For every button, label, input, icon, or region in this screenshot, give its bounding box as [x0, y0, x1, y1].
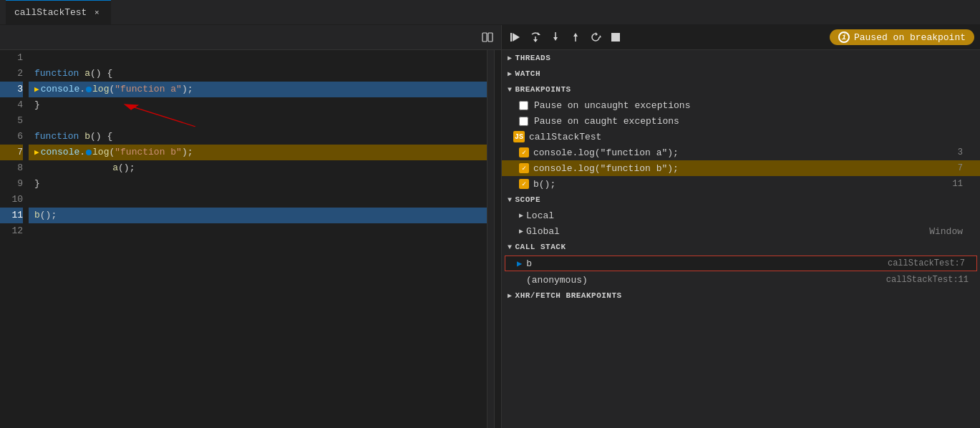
call-stack-frame-anon[interactable]: (anonymous) callStackTest:11 — [502, 272, 980, 288]
pause-caught-checkbox[interactable] — [519, 117, 528, 126]
bp-entry-3[interactable]: b(); 11 — [502, 176, 980, 192]
code-line-3: ▶console.log("function a"); — [29, 82, 487, 97]
line-num-1: 1 — [0, 50, 23, 66]
line-num-6: 6 — [0, 129, 23, 145]
split-editor-button[interactable] — [480, 29, 495, 45]
svg-rect-14 — [611, 33, 620, 42]
call-stack-section-header[interactable]: ▼ Call Stack — [502, 239, 980, 255]
svg-rect-4 — [510, 33, 512, 42]
scope-triangle: ▼ — [508, 196, 513, 204]
debug-toolbar: i Paused on breakpoint — [502, 25, 980, 50]
bp-code-1: console.log("function a"); — [533, 147, 679, 158]
line-num-11: 11 — [0, 208, 23, 223]
scope-global[interactable]: ▶ Global Window — [502, 223, 980, 239]
editor-scrollbar[interactable] — [494, 50, 501, 428]
code-line-11: b(); — [29, 208, 487, 223]
frame-anon-name: (anonymous) — [526, 275, 588, 286]
line-num-10: 10 — [0, 192, 23, 208]
threads-section-header[interactable]: ▶ Threads — [502, 50, 980, 66]
code-line-12 — [29, 223, 487, 239]
bp-entry-2[interactable]: console.log("function b"); 7 — [502, 160, 980, 176]
bp-linenum-1: 3 — [958, 147, 963, 157]
frame-anon-loc: callStackTest:11 — [886, 275, 969, 285]
step-out-button[interactable] — [568, 29, 583, 45]
tab-label: callStackTest — [14, 7, 87, 18]
debug-panel: i Paused on breakpoint ▶ Threads ▶ Watch… — [501, 25, 980, 428]
continue-button[interactable] — [508, 29, 523, 45]
pause-uncaught-checkbox[interactable] — [519, 101, 528, 110]
svg-marker-3 — [513, 33, 520, 42]
tab-bar: callStackTest × — [0, 0, 980, 25]
bp-file-row[interactable]: JS callStackTest — [502, 129, 980, 145]
threads-triangle: ▶ — [508, 54, 513, 62]
svg-marker-7 — [533, 39, 538, 42]
bp-check-1 — [519, 147, 529, 157]
breakpoints-label: Breakpoints — [515, 85, 571, 94]
pause-label: Paused on breakpoint — [854, 32, 966, 43]
line-num-4: 4 — [0, 97, 23, 113]
bp-file-name: callStackTest — [529, 132, 601, 142]
code-line-6: function b() { — [29, 129, 487, 145]
active-tab[interactable]: callStackTest × — [6, 0, 111, 25]
pause-caught-row[interactable]: Pause on caught exceptions — [502, 113, 980, 129]
stop-button[interactable] — [608, 29, 624, 45]
line-num-5: 5 — [0, 113, 23, 129]
scope-global-value: Window — [929, 226, 963, 237]
bp-check-2 — [519, 163, 529, 173]
step-over-button[interactable] — [528, 29, 543, 45]
scope-content: ▶ Local ▶ Global Window — [502, 208, 980, 239]
pause-caught-label: Pause on caught exceptions — [534, 116, 679, 127]
svg-marker-12 — [596, 32, 598, 36]
global-triangle: ▶ — [519, 227, 523, 235]
line-num-2: 2 — [0, 66, 23, 82]
editor-panel: 1 2 3 4 5 6 7 8 9 10 11 12 function a() … — [0, 25, 501, 428]
bp-code-2: console.log("function b"); — [533, 163, 679, 174]
line-num-9: 9 — [0, 176, 23, 192]
local-triangle: ▶ — [519, 211, 523, 220]
debug-sections[interactable]: ▶ Threads ▶ Watch ▼ Breakpoints Pause on… — [502, 50, 980, 428]
scope-local[interactable]: ▶ Local — [502, 208, 980, 223]
svg-marker-5 — [538, 32, 540, 35]
breakpoints-section-header[interactable]: ▼ Breakpoints — [502, 82, 980, 97]
scope-global-label: Global — [526, 226, 560, 237]
frame-b-loc: callStackTest:7 — [888, 258, 965, 268]
scope-local-label: Local — [526, 210, 554, 221]
call-stack-label: Call Stack — [515, 243, 566, 251]
editor-divider — [487, 50, 494, 428]
bp-entry-1[interactable]: console.log("function a"); 3 — [502, 145, 980, 160]
frame-arrow: ▶ — [517, 258, 522, 269]
call-stack-frame-b[interactable]: ▶ b callStackTest:7 — [505, 256, 977, 271]
xhr-section-header[interactable]: ▶ XHR/fetch Breakpoints — [502, 288, 980, 303]
line-numbers: 1 2 3 4 5 6 7 8 9 10 11 12 — [0, 50, 29, 428]
code-area: 1 2 3 4 5 6 7 8 9 10 11 12 function a() … — [0, 50, 501, 428]
code-content[interactable]: function a() { ▶console.log("function a"… — [29, 50, 487, 428]
tab-close-button[interactable]: × — [91, 7, 102, 19]
line-num-3: 3 — [0, 82, 23, 97]
code-line-1 — [29, 50, 487, 66]
info-icon: i — [838, 31, 850, 43]
step-into-button[interactable] — [548, 29, 563, 45]
svg-marker-11 — [573, 33, 578, 37]
watch-section-header[interactable]: ▶ Watch — [502, 66, 980, 82]
line-num-12: 12 — [0, 223, 23, 239]
pause-uncaught-label: Pause on uncaught exceptions — [534, 100, 690, 111]
code-line-8: a(); — [29, 160, 487, 176]
code-line-5 — [29, 113, 487, 129]
watch-label: Watch — [515, 69, 541, 78]
threads-label: Threads — [515, 54, 551, 62]
pause-uncaught-row[interactable]: Pause on uncaught exceptions — [502, 97, 980, 113]
xhr-label: XHR/fetch Breakpoints — [515, 291, 622, 300]
scope-section-header[interactable]: ▼ Scope — [502, 192, 980, 208]
code-line-4: } — [29, 97, 487, 113]
restart-button[interactable] — [588, 29, 603, 45]
breakpoints-triangle: ▼ — [508, 86, 513, 94]
code-line-2: function a() { — [29, 66, 487, 82]
pause-badge: i Paused on breakpoint — [830, 29, 974, 45]
scope-label: Scope — [515, 195, 541, 204]
svg-marker-13 — [599, 35, 601, 38]
bp-check-3 — [519, 179, 529, 189]
debug-buttons — [508, 29, 624, 45]
svg-rect-1 — [488, 33, 493, 42]
call-stack-triangle: ▼ — [508, 243, 513, 251]
svg-marker-9 — [553, 37, 558, 41]
